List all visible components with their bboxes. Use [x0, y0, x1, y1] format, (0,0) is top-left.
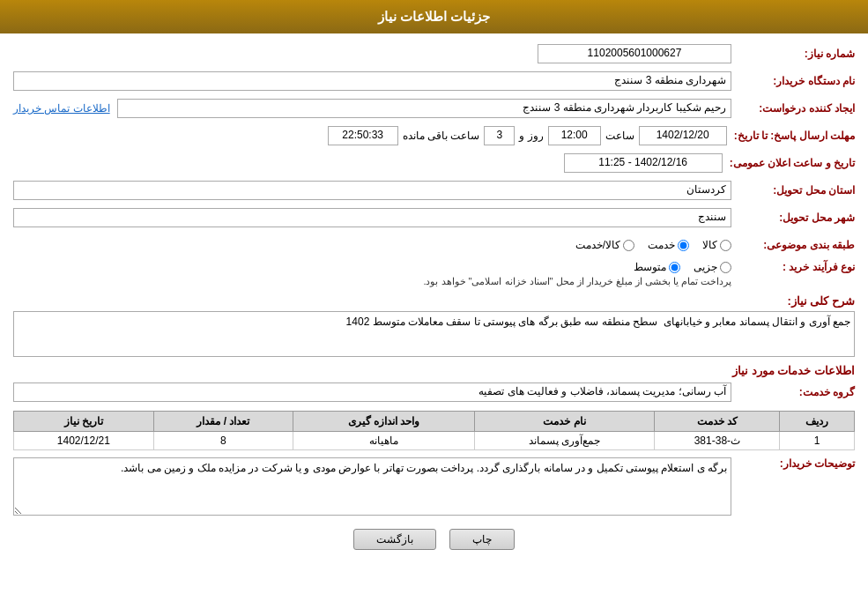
services-table-container: ردیف کد خدمت نام خدمت واحد اندازه گیری ت…	[13, 411, 855, 450]
process-label-motavaset: متوسط	[634, 261, 666, 273]
back-button[interactable]: بازگشت	[353, 529, 436, 550]
process-label: نوع فرآیند خرید :	[731, 261, 855, 273]
category-radio-kala[interactable]	[720, 240, 731, 251]
process-radio-jozii[interactable]	[720, 262, 731, 273]
print-button[interactable]: چاپ	[449, 529, 515, 550]
general-desc-textarea[interactable]: جمع آوری و انتقال پسماند معابر و خیابانه…	[13, 311, 855, 357]
city-value: سنندج	[13, 208, 731, 227]
deadline-label: مهلت ارسال پاسخ: تا تاریخ:	[727, 130, 855, 142]
announce-date-value: 1402/12/16 - 11:25	[564, 153, 723, 173]
deadline-date: 1402/12/20	[639, 126, 727, 145]
category-label: طبقه بندی موضوعی:	[731, 239, 855, 251]
category-option-khedmat[interactable]: خدمت	[648, 239, 689, 251]
process-label-jozii: جزیی	[694, 261, 717, 273]
process-note: پرداخت تمام یا بخشی از مبلغ خریدار از مح…	[13, 276, 731, 287]
category-radio-group: کالا خدمت کالا/خدمت	[575, 239, 731, 251]
col-qty: تعداد / مقدار	[153, 412, 293, 432]
need-number-value: 1102005601000627	[538, 44, 731, 63]
category-radio-both[interactable]	[623, 240, 634, 251]
deadline-time-label: ساعت	[605, 130, 634, 142]
col-code: کد خدمت	[655, 412, 780, 432]
buyer-value: شهرداری منطقه 3 سنندج	[13, 71, 731, 91]
creator-link[interactable]: اطلاعات تماس خریدار	[13, 102, 110, 115]
col-name: نام خدمت	[474, 412, 655, 432]
category-option-kala[interactable]: کالا	[702, 239, 731, 251]
process-option-motavaset[interactable]: متوسط	[634, 261, 680, 273]
category-label-khedmat: خدمت	[648, 239, 675, 251]
creator-value: رحیم شکیبا کاربردار شهرداری منطقه 3 سنند…	[117, 99, 731, 118]
category-option-both[interactable]: کالا/خدمت	[575, 239, 634, 251]
province-value: کردستان	[13, 181, 731, 200]
buyer-notes-label: توضیحات خریدار:	[731, 457, 855, 470]
cell-row: 1	[780, 432, 855, 450]
province-label: استان محل تحویل:	[731, 184, 855, 197]
service-group-label: گروه خدمت:	[731, 386, 855, 398]
cell-qty: 8	[153, 432, 293, 450]
page-header: جزئیات اطلاعات نیاز	[0, 0, 868, 33]
table-row: 1 ث-38-381 جمع‌آوری پسماند ماهیانه 8 140…	[14, 432, 855, 450]
general-desc-section-title: شرح کلی نیاز:	[13, 294, 855, 308]
services-table: ردیف کد خدمت نام خدمت واحد اندازه گیری ت…	[13, 411, 855, 450]
deadline-remaining-value: 22:50:33	[328, 126, 398, 145]
service-group-value: آب رسانی؛ مدیریت پسماند، فاضلاب و فعالیت…	[13, 382, 731, 402]
col-date: تاریخ نیاز	[14, 412, 154, 432]
cell-unit: ماهیانه	[293, 432, 475, 450]
cell-date: 1402/12/21	[14, 432, 154, 450]
creator-label: ایجاد کننده درخواست:	[731, 102, 855, 115]
buyer-notes-textarea[interactable]: برگه ی استعلام پیوستی تکمیل و در سامانه …	[13, 457, 731, 516]
cell-code: ث-38-381	[655, 432, 780, 450]
category-radio-khedmat[interactable]	[678, 240, 689, 251]
deadline-time-value: 12:00	[548, 126, 601, 145]
process-option-jozii[interactable]: جزیی	[694, 261, 731, 273]
deadline-remaining-label: ساعت باقی مانده	[403, 130, 480, 142]
category-label-kala: کالا	[702, 239, 717, 251]
city-label: شهر محل تحویل:	[731, 212, 855, 224]
announce-date-label: تاریخ و ساعت اعلان عمومی:	[723, 157, 855, 169]
col-row: ردیف	[780, 412, 855, 432]
service-info-section-title: اطلاعات خدمات مورد نیاز	[13, 364, 855, 377]
process-radio-motavaset[interactable]	[669, 262, 680, 273]
cell-name: جمع‌آوری پسماند	[474, 432, 655, 450]
need-number-label: شماره نیاز:	[731, 48, 855, 60]
col-unit: واحد اندازه گیری	[293, 412, 475, 432]
action-buttons: چاپ بازگشت	[13, 529, 855, 550]
deadline-days-value: 3	[484, 126, 515, 145]
page-title: جزئیات اطلاعات نیاز	[378, 9, 490, 24]
deadline-days-label: روز و	[519, 130, 543, 142]
buyer-label: نام دستگاه خریدار:	[731, 75, 855, 87]
category-label-both: کالا/خدمت	[575, 239, 620, 251]
